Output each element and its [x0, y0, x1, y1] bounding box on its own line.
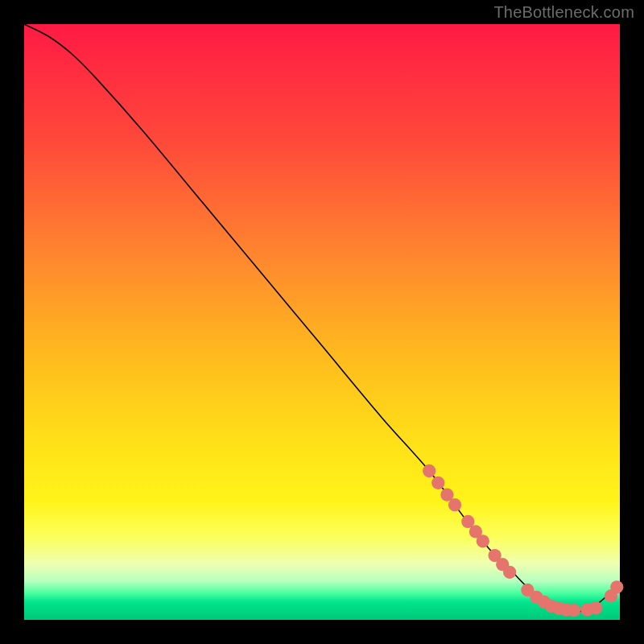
chart-svg	[0, 0, 644, 644]
marker-point	[589, 601, 602, 614]
marker-point	[568, 604, 580, 617]
chart-stage: TheBottleneck.com	[0, 0, 644, 644]
marker-point	[477, 535, 489, 547]
marker-point	[610, 580, 623, 593]
plot-background	[24, 24, 620, 620]
marker-point	[431, 477, 444, 489]
marker-point	[448, 498, 461, 511]
marker-point	[423, 464, 436, 477]
marker-point	[503, 566, 516, 579]
